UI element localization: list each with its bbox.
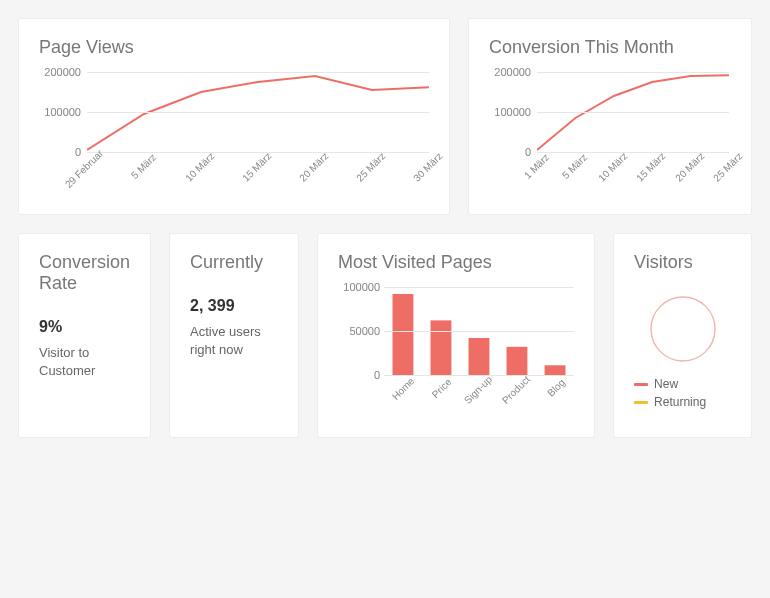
xtick-label: 25 März — [354, 150, 387, 183]
page-views-chart: 010000020000029 Februar5 März10 März15 M… — [39, 72, 429, 198]
ytick-label: 200000 — [489, 66, 531, 78]
svg-rect-0 — [393, 294, 414, 375]
card-title: Currently — [190, 252, 278, 273]
xtick-label: Price — [430, 376, 454, 400]
card-title: Page Views — [39, 37, 429, 58]
xtick-label: Blog — [545, 377, 567, 399]
card-most-visited: Most Visited Pages 050000100000HomePrice… — [317, 233, 595, 438]
currently-sub: Active users right now — [190, 323, 278, 359]
svg-point-5 — [651, 297, 715, 361]
legend-swatch-icon — [634, 383, 648, 386]
card-title: Most Visited Pages — [338, 252, 574, 273]
legend-item-returning: Returning — [634, 395, 731, 409]
conversion-month-chart: 01000002000001 März5 März10 März15 März2… — [489, 72, 731, 198]
xtick-label: Product — [500, 374, 532, 406]
visitors-legend: New Returning — [634, 377, 731, 409]
ytick-label: 0 — [489, 146, 531, 158]
legend-label: New — [654, 377, 678, 391]
conversion-rate-value: 9% — [39, 318, 130, 336]
card-conversion-month: Conversion This Month 01000002000001 Mär… — [468, 18, 752, 215]
svg-rect-3 — [507, 347, 528, 375]
xtick-label: 5 März — [560, 152, 589, 181]
xtick-label: 15 März — [634, 150, 667, 183]
card-conversion-rate: Conversion Rate 9% Visitor to Customer — [18, 233, 151, 438]
ytick-label: 200000 — [39, 66, 81, 78]
xtick-label: 15 März — [240, 150, 273, 183]
ytick-label: 50000 — [338, 325, 380, 337]
row-top: Page Views 010000020000029 Februar5 März… — [18, 18, 752, 215]
xtick-label: 20 März — [673, 150, 706, 183]
card-title: Conversion Rate — [39, 252, 130, 294]
row-bottom: Conversion Rate 9% Visitor to Customer C… — [18, 233, 752, 438]
ytick-label: 100000 — [39, 106, 81, 118]
card-title: Conversion This Month — [489, 37, 731, 58]
ytick-label: 0 — [39, 146, 81, 158]
ytick-label: 100000 — [338, 281, 380, 293]
xtick-label: 10 März — [596, 150, 629, 183]
xtick-label: 5 März — [129, 152, 158, 181]
currently-value: 2, 399 — [190, 297, 278, 315]
xtick-label: Home — [390, 375, 417, 402]
card-visitors: Visitors New Returning — [613, 233, 752, 438]
xtick-label: Sign-up — [462, 374, 494, 406]
conversion-rate-sub: Visitor to Customer — [39, 344, 130, 380]
card-title: Visitors — [634, 252, 731, 273]
xtick-label: 25 März — [711, 150, 744, 183]
svg-rect-1 — [431, 320, 452, 375]
legend-swatch-icon — [634, 401, 648, 404]
donut-chart-icon — [647, 293, 719, 365]
ytick-label: 100000 — [489, 106, 531, 118]
dashboard: Page Views 010000020000029 Februar5 März… — [0, 0, 770, 456]
legend-label: Returning — [654, 395, 706, 409]
xtick-label: 10 März — [183, 150, 216, 183]
card-page-views: Page Views 010000020000029 Februar5 März… — [18, 18, 450, 215]
card-currently: Currently 2, 399 Active users right now — [169, 233, 299, 438]
visitors-donut — [634, 293, 731, 365]
legend-item-new: New — [634, 377, 731, 391]
xtick-label: 30 März — [411, 150, 444, 183]
ytick-label: 0 — [338, 369, 380, 381]
xtick-label: 20 März — [297, 150, 330, 183]
most-visited-chart: 050000100000HomePriceSign-upProductBlog — [338, 287, 574, 421]
svg-rect-4 — [545, 365, 566, 375]
svg-rect-2 — [469, 338, 490, 375]
